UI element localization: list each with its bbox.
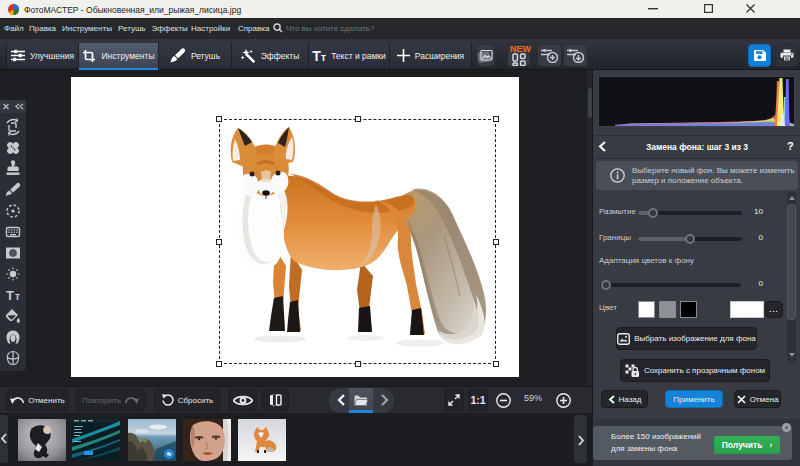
svg-text:т: т <box>15 291 20 302</box>
svg-text:Т: Т <box>6 288 14 303</box>
